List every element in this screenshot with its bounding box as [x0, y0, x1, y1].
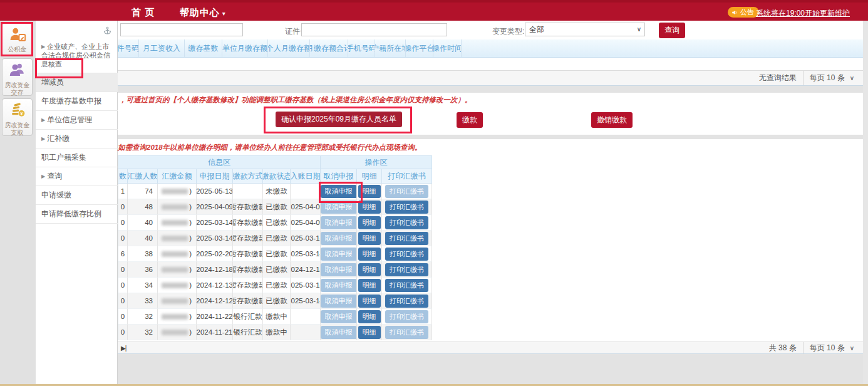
- print-remit-button[interactable]: 打印汇缴书: [385, 232, 428, 245]
- amount-cell: ): [158, 184, 197, 199]
- pay-status-cell: 未缴款: [263, 184, 291, 199]
- cancel-declare-button[interactable]: 取消申报: [321, 326, 357, 339]
- column-header[interactable]: 缴款方式: [233, 169, 263, 184]
- cancel-declare-button[interactable]: 取消申报: [321, 295, 357, 308]
- rail-item-label: 房改资金 支取: [3, 121, 32, 138]
- column-header[interactable]: 手机号码: [348, 39, 375, 57]
- amount-cell: ): [158, 325, 197, 340]
- column-header[interactable]: 件号码: [118, 39, 139, 57]
- count-cell: 0: [118, 199, 128, 215]
- column-header[interactable]: 汇缴金额: [158, 169, 197, 184]
- pay-status-cell: 已缴款: [263, 293, 291, 309]
- column-header[interactable]: 申报日期: [197, 169, 233, 184]
- masked-amount-suffix: ): [189, 313, 192, 320]
- print-remit-button[interactable]: 打印汇缴书: [385, 326, 428, 339]
- menu-item-4[interactable]: ▶单位信息管理: [36, 111, 118, 130]
- cert-number-input[interactable]: [301, 23, 447, 36]
- cancel-declare-button[interactable]: 取消申报: [321, 263, 357, 276]
- maintenance-link[interactable]: 系统将在19:00开始更新维护: [756, 8, 850, 19]
- column-header[interactable]: 月工资收入: [139, 39, 185, 57]
- nav-help-center[interactable]: 帮助中心 ▾: [180, 7, 226, 19]
- cancel-declare-button[interactable]: 取消申报: [321, 279, 357, 292]
- detail-button[interactable]: 明细: [358, 263, 381, 276]
- menu-item-8[interactable]: 申请缓缴: [36, 186, 118, 205]
- menu-item-9[interactable]: 申请降低缴存比例: [36, 205, 118, 224]
- detail-button[interactable]: 明细: [358, 295, 381, 308]
- detail-button[interactable]: 明细: [358, 279, 381, 292]
- print-remit-button[interactable]: 打印汇缴书: [385, 216, 428, 229]
- chevron-down-icon: ▾: [220, 10, 226, 17]
- pay-status-cell: 缴款中: [263, 309, 291, 325]
- pay-method-cell: 暂存款缴款: [233, 278, 263, 293]
- cancel-declare-button[interactable]: 取消申报: [321, 216, 357, 229]
- detail-button[interactable]: 明细: [358, 310, 381, 323]
- change-type-select[interactable]: 全部 ∨: [525, 23, 645, 36]
- column-header[interactable]: 个人月缴存额: [268, 39, 310, 57]
- count-cell: 0: [118, 293, 128, 309]
- print-remit-button[interactable]: 打印汇缴书: [385, 263, 428, 276]
- total-count-text: 共 38 条: [769, 343, 797, 353]
- column-header[interactable]: 汇缴人数: [128, 169, 158, 184]
- amount-cell: ): [158, 262, 197, 278]
- column-header[interactable]: 操作平台: [406, 39, 433, 57]
- menu-item-6[interactable]: 职工户籍采集: [36, 149, 118, 167]
- masked-amount-suffix: ): [189, 266, 192, 273]
- action-cell: 打印汇缴书: [382, 309, 432, 325]
- page-size-select[interactable]: 每页 10 条: [810, 73, 845, 83]
- action-cell: 明细: [357, 309, 382, 325]
- action-cell: 明细: [357, 262, 382, 278]
- chevron-down-icon: ∨: [637, 26, 641, 33]
- cancel-declare-button[interactable]: 取消申报: [321, 248, 357, 261]
- nav-home[interactable]: 首 页: [132, 7, 155, 19]
- scroll-end-icon[interactable]: ▶|: [121, 345, 126, 352]
- action-cell: 明细: [357, 278, 382, 293]
- column-header[interactable]: 入账日期: [291, 169, 321, 184]
- section-gap: [118, 86, 863, 93]
- column-header[interactable]: 月缴存额合计: [310, 39, 348, 57]
- detail-button[interactable]: 明细: [358, 326, 381, 339]
- announcement-badge-label: 公告: [740, 8, 754, 17]
- cancel-declare-button[interactable]: 取消申报: [321, 232, 357, 245]
- rail-item-housing-withdraw[interactable]: ¥ 房改资金 支取: [2, 98, 33, 136]
- announcement-badge[interactable]: 公告: [728, 7, 759, 18]
- cancel-declare-button[interactable]: 取消申报: [321, 310, 357, 323]
- print-remit-button[interactable]: 打印汇缴书: [385, 185, 428, 198]
- print-remit-button[interactable]: 打印汇缴书: [385, 295, 428, 308]
- column-header[interactable]: 数: [118, 169, 128, 184]
- masked-amount: [162, 267, 188, 273]
- menu-item-label: 查询: [47, 172, 62, 180]
- print-remit-button[interactable]: 打印汇缴书: [385, 201, 428, 214]
- detail-button[interactable]: 明细: [358, 248, 381, 261]
- menu-item-label: 单位信息管理: [47, 115, 92, 124]
- action-cell: 明细: [357, 215, 382, 231]
- menu-item-7[interactable]: ▶查询: [36, 167, 118, 186]
- hidden-label-field[interactable]: [120, 23, 243, 36]
- declare-date-cell: 2024-12-12: [197, 293, 233, 309]
- column-header[interactable]: 户籍所在地: [375, 39, 406, 57]
- menu-item-5[interactable]: ▶汇补缴: [36, 130, 118, 149]
- rail-item-housing-deposit[interactable]: 房改资金 交存: [2, 58, 33, 96]
- amount-cell: ): [158, 309, 197, 325]
- pay-button[interactable]: 缴款: [457, 112, 483, 128]
- column-header[interactable]: 缴存基数: [185, 39, 222, 57]
- print-remit-button[interactable]: 打印汇缴书: [385, 279, 428, 292]
- page-size-select[interactable]: 每页 10 条: [810, 343, 845, 353]
- declare-date-cell: 2025-03-14: [197, 215, 233, 231]
- action-cell: 明细: [357, 246, 382, 262]
- pay-method-cell: 银行汇款: [233, 325, 263, 340]
- detail-button[interactable]: 明细: [358, 232, 381, 245]
- anchor-icon[interactable]: [103, 26, 113, 36]
- print-remit-button[interactable]: 打印汇缴书: [385, 248, 428, 261]
- table-row: 174)2025-05-13未缴款取消申报明细打印汇缴书: [118, 184, 432, 199]
- column-header[interactable]: 操作时间: [433, 39, 462, 57]
- masked-amount-suffix: ): [189, 297, 192, 305]
- column-header[interactable]: 打印汇缴书: [382, 169, 432, 184]
- detail-button[interactable]: 明细: [358, 216, 381, 229]
- column-header[interactable]: 缴款状态: [263, 169, 291, 184]
- pay-status-cell: 已缴款: [263, 215, 291, 231]
- menu-item-3[interactable]: 年度缴存基数申报: [36, 92, 118, 111]
- print-remit-button[interactable]: 打印汇缴书: [385, 310, 428, 323]
- cancel-payment-button[interactable]: 撤销缴款: [591, 112, 633, 128]
- column-header[interactable]: 单位月缴存额: [222, 39, 268, 57]
- query-button[interactable]: 查询: [659, 23, 685, 38]
